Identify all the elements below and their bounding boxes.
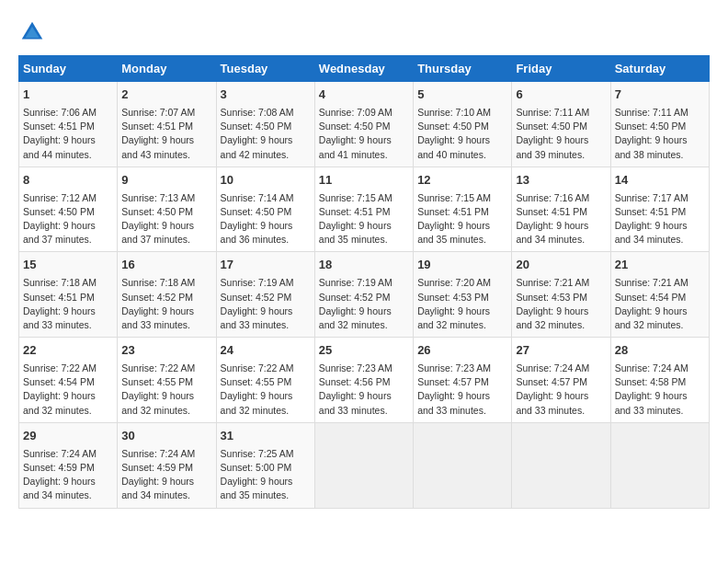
calendar-cell-3-6: 20Sunrise: 7:21 AMSunset: 4:53 PMDayligh… xyxy=(512,252,610,338)
daylight-text: Daylight: 9 hours and 32 minutes. xyxy=(417,305,490,330)
daylight-text: Daylight: 9 hours and 32 minutes. xyxy=(319,305,392,330)
sunrise-text: Sunrise: 7:17 AM xyxy=(615,192,688,203)
day-number: 19 xyxy=(417,257,507,274)
calendar-cell-1-7: 7Sunrise: 7:11 AMSunset: 4:50 PMDaylight… xyxy=(610,82,709,167)
sunset-text: Sunset: 4:50 PM xyxy=(121,206,193,217)
sunset-text: Sunset: 4:57 PM xyxy=(516,376,587,387)
calendar-cell-5-3: 31Sunrise: 7:25 AMSunset: 5:00 PMDayligh… xyxy=(216,422,314,508)
sunrise-text: Sunrise: 7:21 AM xyxy=(516,277,589,288)
sunset-text: Sunset: 4:51 PM xyxy=(319,206,391,217)
sunset-text: Sunset: 4:53 PM xyxy=(417,292,489,303)
day-number: 12 xyxy=(417,172,507,190)
daylight-text: Daylight: 9 hours and 33 minutes. xyxy=(23,305,96,330)
day-number: 30 xyxy=(121,428,211,445)
daylight-text: Daylight: 9 hours and 35 minutes. xyxy=(417,220,490,245)
sunrise-text: Sunrise: 7:24 AM xyxy=(23,448,97,459)
day-number: 16 xyxy=(121,257,211,274)
daylight-text: Daylight: 9 hours and 39 minutes. xyxy=(516,134,588,159)
day-number: 28 xyxy=(615,342,705,360)
sunrise-text: Sunrise: 7:21 AM xyxy=(615,277,688,288)
sunset-text: Sunset: 4:54 PM xyxy=(23,376,95,387)
day-number: 11 xyxy=(319,172,409,190)
daylight-text: Daylight: 9 hours and 34 minutes. xyxy=(615,220,688,245)
sunset-text: Sunset: 4:53 PM xyxy=(516,292,587,303)
calendar-cell-5-7 xyxy=(610,422,709,508)
day-number: 25 xyxy=(319,342,409,360)
calendar-cell-2-1: 8Sunrise: 7:12 AMSunset: 4:50 PMDaylight… xyxy=(19,167,118,252)
sunrise-text: Sunrise: 7:19 AM xyxy=(319,277,392,288)
header-thursday: Thursday xyxy=(414,56,512,82)
sunrise-text: Sunrise: 7:23 AM xyxy=(319,362,392,373)
sunrise-text: Sunrise: 7:18 AM xyxy=(23,277,97,288)
calendar-week-2: 8Sunrise: 7:12 AMSunset: 4:50 PMDaylight… xyxy=(19,167,710,252)
sunset-text: Sunset: 4:55 PM xyxy=(121,376,193,387)
header-friday: Friday xyxy=(512,56,610,82)
day-number: 24 xyxy=(221,342,311,360)
sunrise-text: Sunrise: 7:15 AM xyxy=(319,192,392,203)
sunset-text: Sunset: 4:51 PM xyxy=(516,206,587,217)
calendar-cell-4-4: 25Sunrise: 7:23 AMSunset: 4:56 PMDayligh… xyxy=(314,338,413,423)
sunset-text: Sunset: 4:51 PM xyxy=(615,206,687,217)
sunset-text: Sunset: 4:56 PM xyxy=(319,376,391,387)
calendar-cell-3-3: 17Sunrise: 7:19 AMSunset: 4:52 PMDayligh… xyxy=(216,252,314,338)
day-number: 5 xyxy=(417,86,507,104)
calendar-cell-3-7: 21Sunrise: 7:21 AMSunset: 4:54 PMDayligh… xyxy=(610,252,709,338)
sunrise-text: Sunrise: 7:15 AM xyxy=(417,192,491,203)
sunrise-text: Sunrise: 7:24 AM xyxy=(121,448,195,459)
calendar-cell-5-6 xyxy=(512,422,610,508)
calendar-cell-2-2: 9Sunrise: 7:13 AMSunset: 4:50 PMDaylight… xyxy=(118,167,216,252)
calendar-cell-3-2: 16Sunrise: 7:18 AMSunset: 4:52 PMDayligh… xyxy=(118,252,216,338)
header-sunday: Sunday xyxy=(19,56,118,82)
daylight-text: Daylight: 9 hours and 33 minutes. xyxy=(516,390,588,415)
calendar-cell-1-5: 5Sunrise: 7:10 AMSunset: 4:50 PMDaylight… xyxy=(414,82,512,167)
calendar-cell-3-1: 15Sunrise: 7:18 AMSunset: 4:51 PMDayligh… xyxy=(19,252,118,338)
sunrise-text: Sunrise: 7:24 AM xyxy=(615,362,688,373)
day-number: 23 xyxy=(121,342,211,360)
daylight-text: Daylight: 9 hours and 32 minutes. xyxy=(615,305,688,330)
daylight-text: Daylight: 9 hours and 34 minutes. xyxy=(23,476,96,500)
day-number: 8 xyxy=(23,172,113,190)
calendar-table: SundayMondayTuesdayWednesdayThursdayFrid… xyxy=(18,55,710,509)
calendar-cell-2-5: 12Sunrise: 7:15 AMSunset: 4:51 PMDayligh… xyxy=(414,167,512,252)
calendar-cell-5-1: 29Sunrise: 7:24 AMSunset: 4:59 PMDayligh… xyxy=(19,422,118,508)
sunset-text: Sunset: 4:50 PM xyxy=(221,206,292,217)
day-number: 9 xyxy=(121,172,211,190)
sunset-text: Sunset: 4:51 PM xyxy=(23,292,95,303)
sunrise-text: Sunrise: 7:10 AM xyxy=(417,107,491,118)
sunset-text: Sunset: 4:50 PM xyxy=(23,206,95,217)
sunset-text: Sunset: 4:50 PM xyxy=(221,121,292,132)
sunrise-text: Sunrise: 7:19 AM xyxy=(221,277,294,288)
sunset-text: Sunset: 4:52 PM xyxy=(319,292,391,303)
sunset-text: Sunset: 4:50 PM xyxy=(516,121,587,132)
daylight-text: Daylight: 9 hours and 33 minutes. xyxy=(319,390,392,415)
sunset-text: Sunset: 4:50 PM xyxy=(615,121,687,132)
sunrise-text: Sunrise: 7:12 AM xyxy=(23,192,97,203)
calendar-week-1: 1Sunrise: 7:06 AMSunset: 4:51 PMDaylight… xyxy=(19,82,710,167)
sunset-text: Sunset: 4:58 PM xyxy=(615,376,687,387)
daylight-text: Daylight: 9 hours and 37 minutes. xyxy=(23,220,96,245)
calendar-cell-4-2: 23Sunrise: 7:22 AMSunset: 4:55 PMDayligh… xyxy=(118,338,216,423)
daylight-text: Daylight: 9 hours and 35 minutes. xyxy=(319,220,392,245)
daylight-text: Daylight: 9 hours and 33 minutes. xyxy=(615,390,688,415)
calendar-cell-1-2: 2Sunrise: 7:07 AMSunset: 4:51 PMDaylight… xyxy=(118,82,216,167)
calendar-cell-1-4: 4Sunrise: 7:09 AMSunset: 4:50 PMDaylight… xyxy=(314,82,413,167)
day-number: 3 xyxy=(221,86,311,104)
sunrise-text: Sunrise: 7:20 AM xyxy=(417,277,491,288)
header-saturday: Saturday xyxy=(610,56,709,82)
sunset-text: Sunset: 4:52 PM xyxy=(221,292,292,303)
day-number: 7 xyxy=(615,86,705,104)
sunset-text: Sunset: 4:52 PM xyxy=(121,292,193,303)
calendar-cell-2-6: 13Sunrise: 7:16 AMSunset: 4:51 PMDayligh… xyxy=(512,167,610,252)
sunrise-text: Sunrise: 7:16 AM xyxy=(516,192,589,203)
daylight-text: Daylight: 9 hours and 42 minutes. xyxy=(221,134,293,159)
sunset-text: Sunset: 4:51 PM xyxy=(417,206,489,217)
header-wednesday: Wednesday xyxy=(314,56,413,82)
day-number: 21 xyxy=(615,257,705,274)
sunset-text: Sunset: 4:51 PM xyxy=(121,121,193,132)
sunrise-text: Sunrise: 7:18 AM xyxy=(121,277,195,288)
daylight-text: Daylight: 9 hours and 41 minutes. xyxy=(319,134,392,159)
sunrise-text: Sunrise: 7:09 AM xyxy=(319,107,392,118)
calendar-cell-4-7: 28Sunrise: 7:24 AMSunset: 4:58 PMDayligh… xyxy=(610,338,709,423)
daylight-text: Daylight: 9 hours and 43 minutes. xyxy=(121,134,194,159)
calendar-week-4: 22Sunrise: 7:22 AMSunset: 4:54 PMDayligh… xyxy=(19,338,710,423)
